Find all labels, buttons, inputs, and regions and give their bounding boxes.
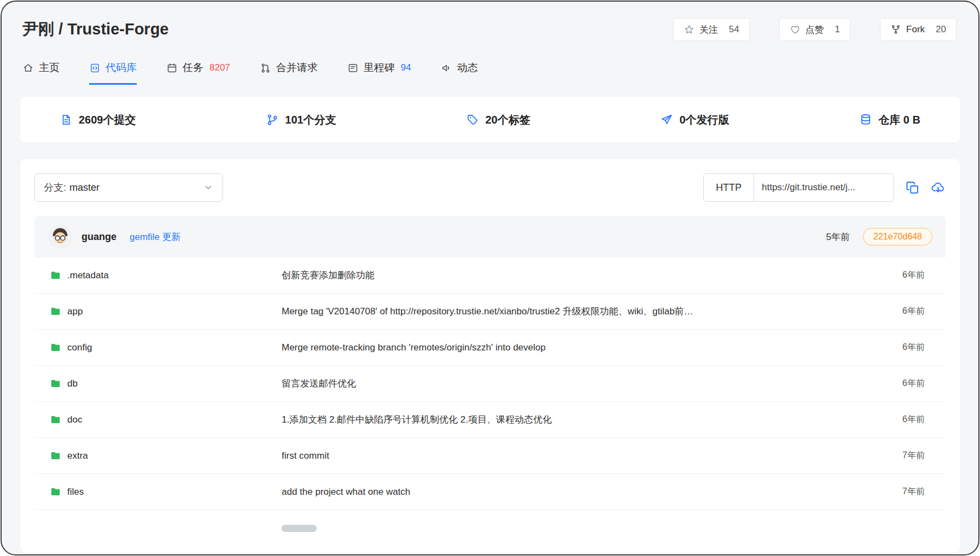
branch-selector[interactable]: 分支:master: [34, 173, 223, 202]
download-cloud-icon[interactable]: [931, 180, 946, 195]
tab-tasks-label: 任务: [183, 61, 203, 75]
tab-merge-requests-label: 合并请求: [276, 61, 318, 75]
commit-sha-badge[interactable]: 221e70d648: [863, 228, 932, 245]
table-row: app Merge tag 'V20140708' of http://repo…: [34, 294, 946, 330]
file-name: db: [67, 378, 78, 389]
folder-icon: [50, 450, 61, 461]
like-label: 点赞: [806, 24, 824, 36]
stat-commits[interactable]: 2609个提交: [60, 113, 136, 127]
header-actions: 关注 54 点赞 1 Fork 20: [673, 18, 956, 41]
heart-icon: [790, 24, 801, 35]
app-window: 尹刚 / Trustie-Forge 关注 54 点赞 1 For: [1, 1, 979, 555]
code-repo-icon: [89, 62, 101, 74]
branch-icon: [266, 113, 279, 126]
avatar[interactable]: [48, 224, 73, 249]
like-count: 1: [835, 24, 840, 35]
repo-toolbar: 分支:master HTTP: [34, 173, 946, 202]
file-list: .metadata 创新竞赛添加删除功能 6年前 app Merge tag '…: [34, 257, 946, 546]
tab-home[interactable]: 主页: [22, 61, 60, 85]
tab-milestones-label: 里程碑: [364, 61, 395, 75]
stat-branches[interactable]: 101个分支: [266, 113, 336, 127]
fork-label: Fork: [906, 24, 925, 35]
repo-nav-tabs: 主页 代码库 任务 8207 合并请求 里程碑 94: [2, 61, 978, 85]
fork-button[interactable]: Fork 20: [880, 18, 956, 41]
home-icon: [22, 62, 34, 74]
file-commit-time: 7年前: [864, 486, 946, 498]
tab-tasks-count: 8207: [209, 62, 230, 73]
commit-meta: 5年前 221e70d648: [826, 228, 932, 245]
commit-message-link[interactable]: gemfile 更新: [130, 231, 181, 243]
file-name-cell[interactable]: config: [34, 342, 282, 353]
file-commit-message[interactable]: 1.添加文档 2.邮件中缺陷序号计算机制优化 2.项目、课程动态优化: [282, 413, 864, 426]
activity-icon: [441, 62, 452, 74]
commit-author[interactable]: guange: [81, 231, 116, 243]
tab-milestones[interactable]: 里程碑 94: [347, 61, 411, 85]
file-name: config: [67, 342, 92, 353]
file-name-cell[interactable]: doc: [34, 414, 282, 425]
file-commit-message[interactable]: Merge remote-tracking branch 'remotes/or…: [282, 342, 864, 353]
stat-commits-label: 2609个提交: [79, 113, 136, 127]
table-row: doc 1.添加文档 2.邮件中缺陷序号计算机制优化 2.项目、课程动态优化 6…: [34, 402, 946, 438]
folder-icon: [50, 342, 61, 353]
branch-selector-text: 分支:master: [44, 181, 100, 194]
file-commit-time: 6年前: [864, 342, 946, 353]
file-name: extra: [67, 450, 88, 461]
file-commit-time: 6年前: [864, 378, 946, 389]
clone-url-input[interactable]: [754, 173, 894, 202]
protocol-http-button[interactable]: HTTP: [703, 173, 754, 202]
page-title: 尹刚 / Trustie-Forge: [22, 19, 168, 40]
folder-icon: [50, 270, 61, 281]
file-commit-message[interactable]: Merge tag 'V20140708' of http://reposito…: [282, 305, 864, 318]
file-name: doc: [67, 414, 82, 425]
file-commit-time: 7年前: [864, 450, 946, 461]
watch-count: 54: [729, 24, 739, 35]
like-button[interactable]: 点赞 1: [779, 18, 850, 41]
stat-tags-label: 20个标签: [485, 113, 530, 127]
table-row: .metadata 创新竞赛添加删除功能 6年前: [34, 257, 946, 294]
file-name: app: [67, 306, 83, 317]
milestone-icon: [347, 62, 359, 74]
commit-time: 5年前: [826, 231, 850, 243]
file-commit-time: 6年前: [864, 270, 946, 281]
repo-card: 分支:master HTTP: [20, 159, 960, 553]
file-commit-message[interactable]: 留言发送邮件优化: [282, 377, 864, 390]
tab-activity[interactable]: 动态: [441, 61, 478, 85]
file-commit-message[interactable]: add the project what one watch: [282, 487, 864, 498]
file-commit-message[interactable]: 创新竞赛添加删除功能: [282, 269, 864, 282]
table-row-partial: [34, 510, 946, 546]
file-commit-time: 6年前: [864, 306, 946, 317]
watch-button[interactable]: 关注 54: [673, 18, 750, 41]
release-icon: [660, 113, 673, 126]
page-header: 尹刚 / Trustie-Forge 关注 54 点赞 1 For: [2, 2, 978, 41]
file-name-cell[interactable]: .metadata: [34, 270, 282, 281]
file-name-cell[interactable]: extra: [34, 450, 282, 461]
copy-icon[interactable]: [905, 180, 920, 195]
file-commit-time: 6年前: [864, 414, 946, 425]
chevron-down-icon: [203, 182, 214, 193]
stat-repo-size-label: 仓库 0 B: [878, 113, 920, 127]
file-name-cell[interactable]: files: [34, 486, 282, 498]
latest-commit-bar: guange gemfile 更新 5年前 221e70d648: [34, 216, 946, 257]
stat-releases[interactable]: 0个发行版: [660, 113, 729, 127]
commits-icon: [60, 113, 73, 126]
stat-repo-size[interactable]: 仓库 0 B: [859, 113, 920, 127]
stat-tags[interactable]: 20个标签: [466, 113, 530, 127]
tab-activity-label: 动态: [457, 61, 478, 75]
file-name: .metadata: [67, 270, 109, 281]
repo-stats-bar: 2609个提交 101个分支 20个标签 0个发行版 仓库 0 B: [20, 97, 960, 143]
folder-icon: [50, 486, 61, 498]
tab-merge-requests[interactable]: 合并请求: [260, 61, 318, 85]
file-commit-message[interactable]: first commit: [282, 450, 864, 461]
fork-count: 20: [936, 24, 946, 35]
tab-code-repo[interactable]: 代码库: [89, 61, 137, 85]
repo-size-icon: [859, 113, 872, 126]
tab-tasks[interactable]: 任务 8207: [166, 61, 230, 85]
tab-milestones-count: 94: [401, 62, 411, 73]
fork-icon: [890, 24, 901, 35]
file-name-cell[interactable]: app: [34, 306, 282, 317]
tag-icon: [466, 113, 479, 126]
file-name-cell[interactable]: db: [34, 378, 282, 389]
merge-request-icon: [260, 62, 271, 74]
stat-branches-label: 101个分支: [285, 113, 336, 127]
star-icon: [684, 24, 695, 35]
